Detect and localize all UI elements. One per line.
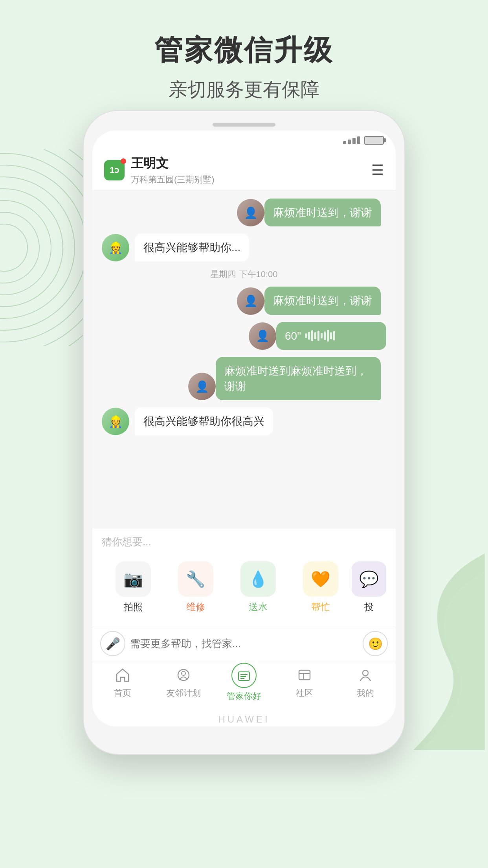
bubble-received-2: 很高兴能够帮助你很高兴	[135, 407, 273, 435]
svg-point-5	[0, 165, 86, 330]
signal-bar-4	[357, 136, 360, 144]
svg-point-12	[182, 671, 185, 675]
avatar-me-3: 👤	[249, 322, 276, 350]
chat-body[interactable]: 麻烦准时送到，谢谢 👤 👷 很高兴能够帮助你... 星期四	[92, 191, 396, 529]
avatar-user-1: 👷	[102, 234, 129, 261]
nav-home-label: 首页	[114, 687, 131, 699]
nav-item-butler[interactable]: 管家你好	[214, 665, 274, 702]
neighborhood-icon	[174, 665, 193, 685]
repair-icon: 🔧	[178, 561, 213, 597]
svg-point-4	[0, 177, 75, 318]
notification-dot	[121, 158, 126, 164]
phone-notch	[213, 123, 275, 127]
nav-item-home[interactable]: 首页	[92, 665, 153, 702]
signal-bar-3	[352, 138, 356, 144]
action-complaint-label: 投	[364, 601, 374, 613]
huawei-brand: HUAWEI	[92, 710, 396, 726]
community-icon	[295, 665, 314, 685]
action-repair-label: 维修	[186, 601, 205, 613]
butler-icon	[231, 663, 257, 688]
quick-hint: 猜你想要...	[102, 535, 386, 549]
chat-header: 1ↄ 王明文 万科第五园(三期别墅) ☰	[92, 150, 396, 191]
status-bar	[92, 131, 396, 150]
voice-waves	[305, 330, 335, 342]
action-water[interactable]: 💧 送水	[227, 555, 289, 620]
svg-point-20	[363, 670, 368, 676]
message-sent-2: 麻烦准时送到，谢谢 👤	[102, 287, 386, 314]
quick-actions: 📷 拍照 🔧 维修 💧	[102, 555, 386, 620]
contact-info: 王明文 万科第五园(三期别墅)	[131, 155, 371, 186]
home-icon	[113, 665, 132, 685]
action-photo[interactable]: 📷 拍照	[102, 555, 164, 620]
main-title: 管家微信升级	[0, 31, 488, 69]
phone-screen: 1ↄ 王明文 万科第五园(三期别墅) ☰ 麻烦准时送到，谢谢 👤	[92, 131, 396, 726]
nav-profile-label: 我的	[357, 687, 374, 699]
avatar-me-1: 👤	[237, 199, 264, 226]
avatar-user-2: 👷	[102, 408, 129, 435]
action-complaint[interactable]: 💬 投	[352, 555, 386, 620]
menu-button[interactable]: ☰	[371, 162, 384, 178]
phone-mockup: 1ↄ 王明文 万科第五园(三期别墅) ☰ 麻烦准时送到，谢谢 👤	[83, 110, 405, 755]
nav-butler-label: 管家你好	[227, 690, 261, 702]
svg-point-0	[0, 224, 28, 271]
message-received-2: 👷 很高兴能够帮助你很高兴	[102, 407, 386, 435]
time-separator: 星期四 下午10:00	[102, 268, 386, 280]
bottom-nav: 首页 友邻计划	[92, 661, 396, 710]
bubble-sent-2: 麻烦准时送到，谢谢	[264, 287, 381, 314]
svg-point-3	[0, 189, 63, 307]
water-icon: 💧	[240, 561, 276, 597]
signal-bar-1	[343, 141, 346, 144]
header-section: 管家微信升级 亲切服务更有保障	[0, 0, 488, 102]
action-water-label: 送水	[249, 601, 268, 613]
nav-neighborhood-label: 友邻计划	[166, 687, 201, 699]
message-sent-1: 麻烦准时送到，谢谢 👤	[102, 199, 386, 226]
complaint-icon: 💬	[352, 561, 386, 597]
action-repair[interactable]: 🔧 维修	[164, 555, 227, 620]
action-help[interactable]: 🧡 帮忙	[289, 555, 352, 620]
phone-notch-bar	[92, 123, 396, 127]
logo-text: 1ↄ	[110, 165, 119, 175]
photo-icon: 📷	[116, 561, 151, 597]
nav-item-profile[interactable]: 我的	[335, 665, 396, 702]
contact-sub: 万科第五园(三期别墅)	[131, 174, 371, 186]
avatar-me-4: 👤	[188, 373, 216, 400]
app-logo: 1ↄ	[104, 160, 125, 180]
action-photo-label: 拍照	[124, 601, 143, 613]
contact-name: 王明文	[131, 155, 371, 172]
svg-rect-17	[299, 670, 310, 680]
bubble-voice[interactable]: 60"	[276, 322, 386, 350]
battery-icon	[364, 136, 384, 145]
bubble-received-1: 很高兴能够帮助你...	[135, 234, 249, 261]
nav-item-neighborhood[interactable]: 友邻计划	[153, 665, 213, 702]
emoji-button[interactable]: 🙂	[363, 631, 388, 656]
message-input[interactable]	[130, 631, 358, 656]
svg-point-2	[0, 200, 51, 295]
message-voice-sent: 60"	[102, 322, 386, 350]
nav-item-community[interactable]: 社区	[274, 665, 335, 702]
voice-duration: 60"	[285, 328, 301, 344]
action-help-label: 帮忙	[311, 601, 330, 613]
svg-point-1	[0, 212, 39, 283]
signal-bar-2	[348, 140, 351, 144]
sub-title: 亲切服务更有保障	[0, 77, 488, 102]
phone-outer: 1ↄ 王明文 万科第五园(三期别墅) ☰ 麻烦准时送到，谢谢 👤	[83, 110, 405, 755]
signal-bars	[343, 136, 360, 144]
avatar-me-2: 👤	[237, 287, 264, 315]
quick-panel: 猜你想要... 📷 拍照 🔧 维修	[92, 529, 396, 626]
input-bar: 🎤 🙂	[92, 626, 396, 661]
message-received-1: 👷 很高兴能够帮助你...	[102, 234, 386, 261]
message-sent-3: 麻烦准时送到麻烦准时送到，谢谢 👤	[102, 357, 386, 400]
mic-button[interactable]: 🎤	[100, 631, 125, 656]
help-icon: 🧡	[303, 561, 338, 597]
profile-icon	[356, 665, 375, 685]
bubble-sent-3: 麻烦准时送到麻烦准时送到，谢谢	[216, 357, 381, 400]
nav-community-label: 社区	[296, 687, 313, 699]
bubble-sent-1: 麻烦准时送到，谢谢	[264, 199, 381, 226]
